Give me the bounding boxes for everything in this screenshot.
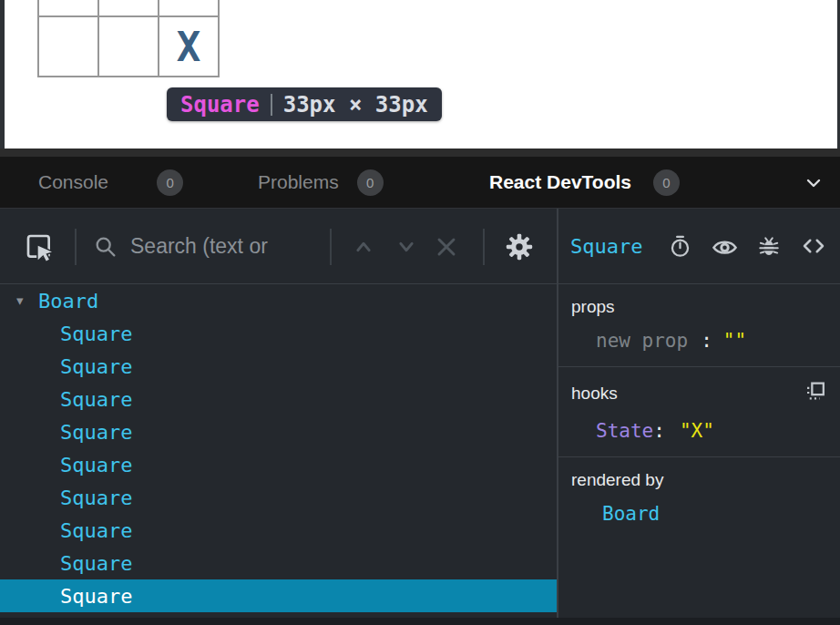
tooltip-divider xyxy=(271,94,272,116)
tree-item-square[interactable]: Square xyxy=(0,448,557,481)
tab-problems[interactable]: Problems 0 xyxy=(258,157,384,208)
rendered-by-header: rendered by xyxy=(571,470,827,490)
rendered-by-owner-link[interactable]: Board xyxy=(602,503,660,525)
chevron-expanded-icon[interactable]: ▾ xyxy=(16,292,38,309)
tab-console[interactable]: Console 0 xyxy=(38,157,183,208)
element-size-tooltip: Square 33px × 33px xyxy=(167,87,442,121)
tab-console-badge: 0 xyxy=(157,169,183,196)
tree-item-square[interactable]: Square xyxy=(0,350,557,383)
inspect-dom-eye-icon[interactable] xyxy=(712,233,738,260)
tree-item-label: Square xyxy=(60,355,132,378)
tree-item-label: Board xyxy=(38,290,98,312)
toolbar-divider xyxy=(330,229,332,265)
props-header: props xyxy=(571,297,827,317)
search-next-icon[interactable] xyxy=(393,209,420,284)
tooltip-size: 33px × 33px xyxy=(283,92,428,118)
hooks-header: hooks xyxy=(571,384,618,404)
board-cell[interactable] xyxy=(98,0,159,16)
prop-value[interactable]: "" xyxy=(723,330,746,352)
tab-react-devtools-badge: 0 xyxy=(653,169,680,196)
props-new-prop-row[interactable]: new prop : "" xyxy=(571,330,827,352)
tree-item-label: Square xyxy=(60,454,132,476)
tree-item-label: Square xyxy=(60,487,132,509)
colon: : xyxy=(653,420,665,442)
tab-problems-badge: 0 xyxy=(357,169,384,196)
hook-value[interactable]: "X" xyxy=(680,420,714,442)
board-cell[interactable] xyxy=(98,16,159,77)
tree-item-square[interactable]: Square xyxy=(0,317,557,350)
components-tree: ▾ Board Square Square Square Square Squa… xyxy=(0,284,557,618)
gear-icon[interactable] xyxy=(504,209,535,284)
board-cell[interactable] xyxy=(159,0,219,16)
react-devtools-panel: ▾ Board Square Square Square Square Squa… xyxy=(0,208,840,618)
dock-top-strip xyxy=(0,149,840,157)
components-tree-pane: ▾ Board Square Square Square Square Squa… xyxy=(0,209,558,618)
inspected-page: X Square 33px × 33px xyxy=(0,0,840,149)
board-cell-highlighted[interactable]: X xyxy=(159,16,219,77)
hooks-section: hooks State : "X" xyxy=(558,367,840,457)
search-prev-icon[interactable] xyxy=(350,209,377,284)
tree-item-label: Square xyxy=(60,519,132,542)
tree-item-label: Square xyxy=(60,552,132,575)
tree-item-label: Square xyxy=(60,323,132,345)
devtools-tab-bar: Console 0 Problems 0 React DevTools 0 xyxy=(0,157,840,208)
tree-item-square[interactable]: Square xyxy=(0,514,557,547)
search-clear-icon[interactable] xyxy=(432,209,461,284)
tree-toolbar xyxy=(0,209,557,284)
toolbar-divider xyxy=(75,229,77,265)
tab-react-devtools[interactable]: React DevTools 0 xyxy=(489,157,680,208)
toolbar-divider xyxy=(483,229,485,265)
chevron-down-icon[interactable] xyxy=(802,171,825,199)
new-prop-key-input[interactable]: new prop xyxy=(596,330,688,352)
profiler-timer-icon[interactable] xyxy=(668,234,692,259)
tree-item-square[interactable]: Square xyxy=(0,383,557,415)
hook-state-row[interactable]: State : "X" xyxy=(571,420,827,442)
inspector-toolbar: Square xyxy=(558,209,840,284)
board-cell[interactable] xyxy=(38,16,98,77)
tree-item-label: Square xyxy=(60,388,132,411)
tree-item-label: Square xyxy=(60,421,132,444)
tree-item-square[interactable]: Square xyxy=(0,547,557,579)
tree-item-square[interactable]: Square xyxy=(0,481,557,514)
view-source-code-icon[interactable] xyxy=(800,232,827,260)
tree-item-label: Square xyxy=(60,585,132,608)
search-input[interactable] xyxy=(130,234,317,259)
tab-react-devtools-label: React DevTools xyxy=(489,171,631,193)
tree-item-board[interactable]: ▾ Board xyxy=(0,284,557,317)
tab-console-label: Console xyxy=(38,171,108,193)
props-section: props new prop : "" xyxy=(558,284,840,367)
tree-item-square[interactable]: Square xyxy=(0,415,557,448)
tooltip-component-name: Square xyxy=(180,92,260,118)
tree-item-square-selected[interactable]: Square xyxy=(0,579,557,612)
hook-name: State xyxy=(596,420,653,442)
board-cell[interactable] xyxy=(38,0,98,16)
colon: : xyxy=(701,330,712,352)
tictactoe-board: X xyxy=(37,0,220,77)
debug-bug-icon[interactable] xyxy=(757,234,781,258)
selected-component-name: Square xyxy=(570,235,642,258)
search-icon xyxy=(93,209,118,284)
inspect-element-icon[interactable] xyxy=(25,209,54,284)
page-left-edge xyxy=(0,0,5,149)
inspector-pane: Square xyxy=(558,209,840,618)
tab-problems-label: Problems xyxy=(258,171,339,193)
rendered-by-section: rendered by Board xyxy=(558,457,840,539)
parse-hook-names-icon[interactable] xyxy=(804,380,827,407)
panel-bottom-strip xyxy=(0,618,840,625)
